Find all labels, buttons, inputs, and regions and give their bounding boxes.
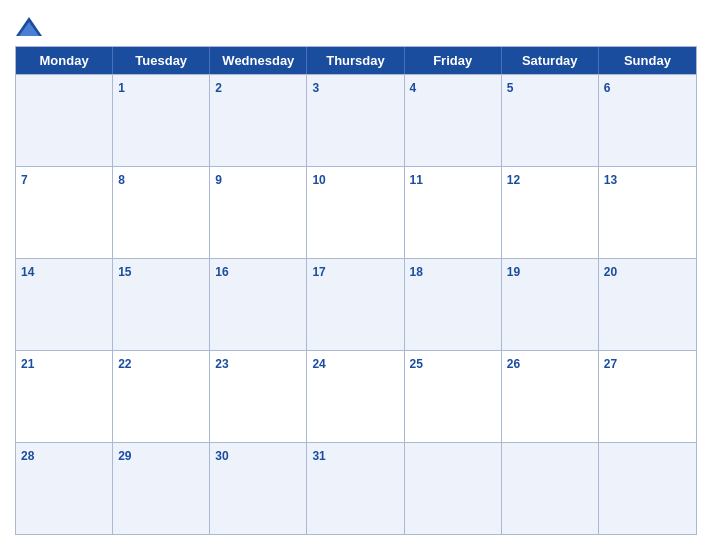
date-number: 18 bbox=[410, 265, 423, 279]
week-row-5: 28293031 bbox=[16, 442, 696, 534]
date-number: 28 bbox=[21, 449, 34, 463]
day-cell-w4-d4: 24 bbox=[307, 351, 404, 442]
date-number: 12 bbox=[507, 173, 520, 187]
date-number: 20 bbox=[604, 265, 617, 279]
logo-icon bbox=[15, 16, 43, 38]
day-cell-w1-d6: 5 bbox=[502, 75, 599, 166]
week-row-2: 78910111213 bbox=[16, 166, 696, 258]
week-row-4: 21222324252627 bbox=[16, 350, 696, 442]
day-cell-w3-d5: 18 bbox=[405, 259, 502, 350]
logo bbox=[15, 16, 47, 38]
date-number: 17 bbox=[312, 265, 325, 279]
day-cell-w4-d6: 26 bbox=[502, 351, 599, 442]
day-cell-w4-d3: 23 bbox=[210, 351, 307, 442]
day-cell-w5-d7 bbox=[599, 443, 696, 534]
day-cell-w3-d4: 17 bbox=[307, 259, 404, 350]
day-cell-w3-d1: 14 bbox=[16, 259, 113, 350]
day-header-friday: Friday bbox=[405, 47, 502, 74]
date-number: 22 bbox=[118, 357, 131, 371]
day-header-wednesday: Wednesday bbox=[210, 47, 307, 74]
day-cell-w1-d3: 2 bbox=[210, 75, 307, 166]
day-cell-w2-d7: 13 bbox=[599, 167, 696, 258]
day-cell-w4-d7: 27 bbox=[599, 351, 696, 442]
day-cell-w2-d6: 12 bbox=[502, 167, 599, 258]
day-cell-w4-d2: 22 bbox=[113, 351, 210, 442]
date-number: 16 bbox=[215, 265, 228, 279]
calendar-header bbox=[15, 10, 697, 46]
day-header-monday: Monday bbox=[16, 47, 113, 74]
day-cell-w2-d1: 7 bbox=[16, 167, 113, 258]
day-cell-w1-d7: 6 bbox=[599, 75, 696, 166]
day-headers-row: Monday Tuesday Wednesday Thursday Friday… bbox=[16, 47, 696, 74]
day-cell-w2-d4: 10 bbox=[307, 167, 404, 258]
date-number: 21 bbox=[21, 357, 34, 371]
date-number: 8 bbox=[118, 173, 125, 187]
day-cell-w5-d3: 30 bbox=[210, 443, 307, 534]
day-cell-w3-d2: 15 bbox=[113, 259, 210, 350]
weeks-container: 1234567891011121314151617181920212223242… bbox=[16, 74, 696, 534]
date-number: 1 bbox=[118, 81, 125, 95]
week-row-3: 14151617181920 bbox=[16, 258, 696, 350]
day-cell-w5-d1: 28 bbox=[16, 443, 113, 534]
date-number: 15 bbox=[118, 265, 131, 279]
date-number: 3 bbox=[312, 81, 319, 95]
day-cell-w3-d6: 19 bbox=[502, 259, 599, 350]
date-number: 13 bbox=[604, 173, 617, 187]
date-number: 26 bbox=[507, 357, 520, 371]
day-cell-w1-d5: 4 bbox=[405, 75, 502, 166]
day-cell-w4-d1: 21 bbox=[16, 351, 113, 442]
day-cell-w1-d1 bbox=[16, 75, 113, 166]
date-number: 5 bbox=[507, 81, 514, 95]
day-cell-w3-d7: 20 bbox=[599, 259, 696, 350]
day-cell-w3-d3: 16 bbox=[210, 259, 307, 350]
date-number: 11 bbox=[410, 173, 423, 187]
day-cell-w1-d2: 1 bbox=[113, 75, 210, 166]
day-cell-w5-d5 bbox=[405, 443, 502, 534]
day-header-saturday: Saturday bbox=[502, 47, 599, 74]
date-number: 29 bbox=[118, 449, 131, 463]
day-cell-w4-d5: 25 bbox=[405, 351, 502, 442]
date-number: 10 bbox=[312, 173, 325, 187]
day-header-tuesday: Tuesday bbox=[113, 47, 210, 74]
date-number: 27 bbox=[604, 357, 617, 371]
week-row-1: 123456 bbox=[16, 74, 696, 166]
date-number: 31 bbox=[312, 449, 325, 463]
date-number: 6 bbox=[604, 81, 611, 95]
date-number: 14 bbox=[21, 265, 34, 279]
day-cell-w5-d4: 31 bbox=[307, 443, 404, 534]
date-number: 7 bbox=[21, 173, 28, 187]
day-header-sunday: Sunday bbox=[599, 47, 696, 74]
day-cell-w5-d2: 29 bbox=[113, 443, 210, 534]
date-number: 2 bbox=[215, 81, 222, 95]
date-number: 24 bbox=[312, 357, 325, 371]
date-number: 19 bbox=[507, 265, 520, 279]
day-cell-w2-d5: 11 bbox=[405, 167, 502, 258]
calendar: Monday Tuesday Wednesday Thursday Friday… bbox=[15, 46, 697, 535]
day-cell-w1-d4: 3 bbox=[307, 75, 404, 166]
day-cell-w5-d6 bbox=[502, 443, 599, 534]
day-header-thursday: Thursday bbox=[307, 47, 404, 74]
date-number: 9 bbox=[215, 173, 222, 187]
date-number: 4 bbox=[410, 81, 417, 95]
day-cell-w2-d3: 9 bbox=[210, 167, 307, 258]
date-number: 23 bbox=[215, 357, 228, 371]
date-number: 25 bbox=[410, 357, 423, 371]
day-cell-w2-d2: 8 bbox=[113, 167, 210, 258]
date-number: 30 bbox=[215, 449, 228, 463]
